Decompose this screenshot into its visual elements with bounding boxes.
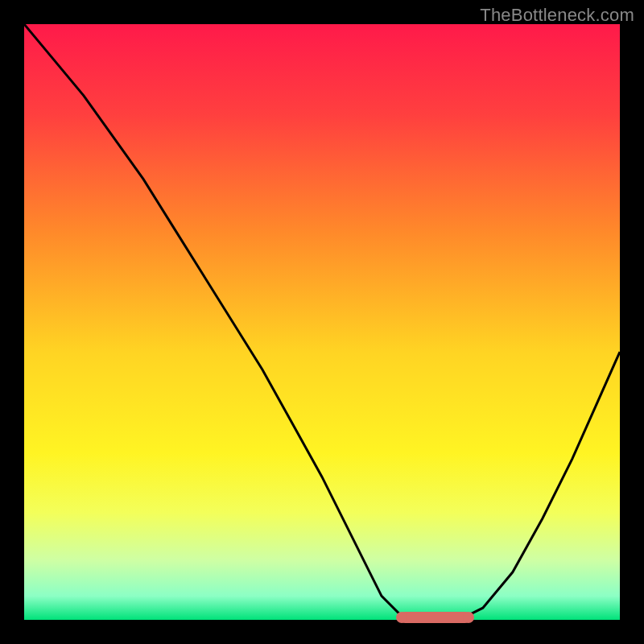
bottleneck-chart bbox=[24, 24, 620, 620]
gradient-background bbox=[24, 24, 620, 620]
trough-marker bbox=[399, 612, 471, 623]
watermark-text: TheBottleneck.com bbox=[480, 5, 634, 26]
chart-frame bbox=[24, 24, 620, 620]
